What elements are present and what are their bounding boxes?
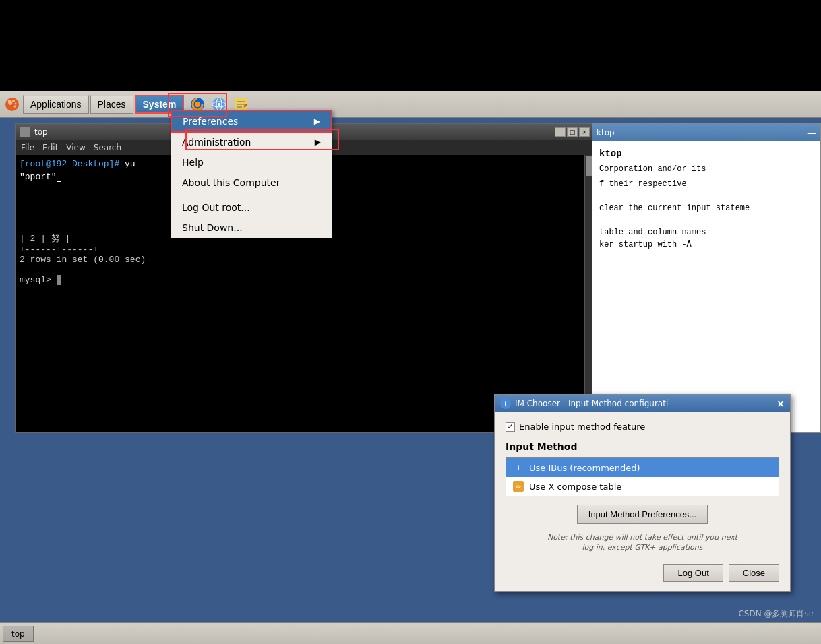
menu-item-preferences[interactable]: Preferences ▶	[171, 110, 332, 133]
menu-item-help[interactable]: Help	[171, 152, 332, 172]
im-chooser-dialog: i IM Chooser - Input Method configurati …	[494, 394, 791, 592]
enable-input-method-checkbox[interactable]: ✓	[506, 422, 515, 432]
im-chooser-close-btn[interactable]: ×	[777, 398, 785, 409]
menu-separator	[171, 195, 332, 195]
watermark: CSDN @多测师肖sir	[738, 608, 814, 620]
im-footer-buttons: Log Out Close	[506, 561, 779, 582]
mysql-output: | 2 | 努 | +------+------+ 2 rows in set …	[20, 232, 590, 285]
preferences-arrow: ▶	[314, 117, 320, 126]
xcompose-label: Use X compose table	[529, 482, 621, 492]
system-menu-dropdown: Preferences ▶ Administration ▶ Help Abou…	[171, 110, 332, 238]
right-panel-close-btn[interactable]: —	[807, 127, 816, 138]
svg-point-10	[218, 103, 220, 106]
terminal-menu-search[interactable]: Search	[94, 143, 121, 152]
black-top-area	[0, 0, 821, 91]
xcompose-icon: ✏	[513, 481, 524, 492]
im-title-left: i IM Chooser - Input Method configurati	[500, 398, 668, 409]
menu-item-logout[interactable]: Log Out root...	[171, 197, 332, 218]
svg-point-4	[14, 105, 16, 107]
terminal-menu-view[interactable]: View	[66, 143, 85, 152]
im-chooser-titlebar: i IM Chooser - Input Method configurati …	[495, 395, 790, 412]
im-logout-btn[interactable]: Log Out	[663, 564, 723, 582]
svg-point-6	[195, 102, 200, 107]
ibus-icon: i	[513, 462, 524, 473]
maximize-btn[interactable]: □	[567, 127, 578, 137]
im-close-btn[interactable]: Close	[729, 564, 779, 582]
terminal-icon	[20, 127, 30, 137]
bottom-task-top[interactable]: top	[3, 626, 34, 642]
right-panel-title: ktop	[597, 128, 615, 137]
menu-item-shutdown[interactable]: Shut Down...	[171, 218, 332, 238]
svg-point-3	[15, 102, 17, 104]
im-list-item-xcompose[interactable]: ✏ Use X compose table	[506, 477, 779, 496]
input-method-list: i Use IBus (recommended) ✏ Use X compose…	[506, 457, 779, 496]
gnome-foot-icon[interactable]	[3, 95, 22, 114]
taskbar: Applications Places System	[0, 91, 821, 118]
input-method-preferences-btn[interactable]: Input Method Preferences...	[577, 505, 708, 524]
terminal-title: top	[34, 127, 48, 137]
im-list-item-ibus[interactable]: i Use IBus (recommended)	[506, 458, 779, 477]
enable-input-method-label: Enable input method feature	[519, 422, 645, 432]
places-menu-btn[interactable]: Places	[90, 95, 133, 114]
im-chooser-title-text: IM Chooser - Input Method configurati	[515, 399, 668, 408]
svg-point-0	[5, 98, 19, 111]
applications-menu-btn[interactable]: Applications	[23, 95, 89, 114]
svg-point-2	[12, 100, 15, 102]
terminal-menu-file[interactable]: File	[21, 143, 34, 152]
menu-item-about[interactable]: About this Computer	[171, 172, 332, 193]
close-btn[interactable]: ×	[579, 127, 590, 137]
im-note: Note: this change will not take effect u…	[506, 532, 779, 553]
terminal-wm-buttons: _ □ ×	[555, 127, 590, 137]
im-chooser-body: ✓ Enable input method feature Input Meth…	[495, 412, 790, 591]
ibus-label: Use IBus (recommended)	[529, 463, 640, 473]
panel-subtitle: ktop	[599, 148, 814, 159]
minimize-btn[interactable]: _	[555, 127, 566, 137]
enable-input-method-row: ✓ Enable input method feature	[506, 422, 779, 432]
right-panel-content: ktop Corporation and/or its f their resp…	[592, 141, 820, 256]
menu-item-administration[interactable]: Administration ▶	[171, 132, 332, 152]
input-method-label: Input Method	[506, 441, 779, 452]
bottom-taskbar: top	[0, 622, 821, 644]
right-panel: ktop — ktop Corporation and/or its f the…	[592, 123, 821, 433]
terminal-menu-edit[interactable]: Edit	[42, 143, 58, 152]
desktop: Applications Places System	[0, 0, 821, 644]
im-title-icon: i	[500, 398, 511, 409]
administration-arrow: ▶	[315, 137, 321, 147]
right-panel-titlebar: ktop —	[592, 124, 820, 141]
